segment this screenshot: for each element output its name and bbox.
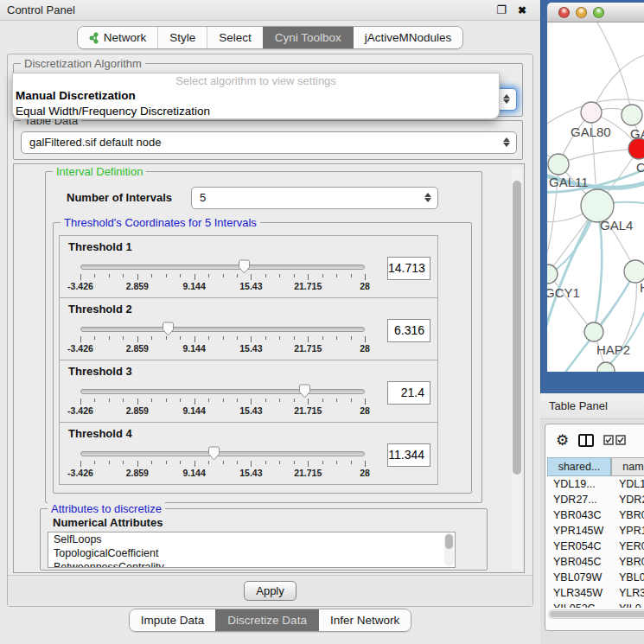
tick-mark xyxy=(123,399,124,402)
tab-infer-network[interactable]: Infer Network xyxy=(318,609,411,631)
slider-track[interactable] xyxy=(80,265,365,270)
tick-mark xyxy=(194,399,195,405)
tick-mark xyxy=(294,461,295,464)
threshold-value-field[interactable]: 14.713 xyxy=(387,257,430,280)
network-edge-highlighted[interactable] xyxy=(599,301,644,372)
tab-cyni-toolbox[interactable]: Cyni Toolbox xyxy=(263,27,353,48)
algorithm-option[interactable]: Equal Width/Frequency Discretization xyxy=(13,104,499,119)
network-node[interactable] xyxy=(548,154,569,175)
split-table-icon[interactable] xyxy=(578,434,594,447)
table-data-combobox[interactable]: galFiltered.sif default node xyxy=(21,131,517,154)
table-column-header[interactable]: shared... xyxy=(547,457,611,476)
threshold-slider[interactable]: -3.4262.8599.14415.4321.71528 xyxy=(80,298,365,361)
network-edge[interactable] xyxy=(549,274,594,332)
apply-button[interactable]: Apply xyxy=(244,581,296,601)
tick-mark xyxy=(223,399,224,402)
network-node[interactable] xyxy=(584,322,603,341)
attribute-list-item[interactable]: BetweennessCentrality xyxy=(48,560,455,568)
threshold-box: Threshold 2-3.4262.8599.14415.4321.71528… xyxy=(59,297,438,360)
tick-mark xyxy=(308,399,309,405)
tick-mark xyxy=(137,399,138,405)
panel-vertical-scrollbar[interactable] xyxy=(512,167,522,570)
table-row[interactable]: YBL079WYBL0 xyxy=(547,570,644,585)
threshold-value-field[interactable]: 11.344 xyxy=(387,443,430,467)
tick-mark xyxy=(279,461,280,464)
threshold-value-field[interactable]: 21.4 xyxy=(387,381,430,405)
slider-track[interactable] xyxy=(80,327,365,332)
tick-mark xyxy=(279,399,280,402)
slider-thumb[interactable] xyxy=(238,259,251,274)
slider-thumb[interactable] xyxy=(162,322,175,336)
tick-label: 21.715 xyxy=(294,468,322,478)
attributes-list-scrollbar[interactable] xyxy=(444,533,454,566)
network-node[interactable] xyxy=(622,105,642,125)
close-window-icon[interactable]: ✖ xyxy=(514,3,530,18)
network-node[interactable] xyxy=(597,362,615,372)
table-row[interactable]: YLR345WYLR3 xyxy=(547,585,644,601)
table-cell: YBR0 xyxy=(611,554,644,570)
table-row[interactable]: YDR27...YDR2 xyxy=(547,492,644,507)
slider-track[interactable] xyxy=(80,389,365,394)
tab-impute-data[interactable]: Impute Data xyxy=(130,609,216,631)
tick-label: 2.859 xyxy=(126,468,149,478)
control-panel-tabs: NetworkStyleSelectCyni ToolboxjActiveMNo… xyxy=(77,26,464,49)
threshold-slider[interactable]: -3.4262.8599.14415.4321.71528 xyxy=(80,423,365,486)
mac-zoom-icon[interactable] xyxy=(593,7,604,18)
tick-label: 28 xyxy=(360,281,370,291)
network-window-titlebar[interactable] xyxy=(547,3,644,22)
threshold-value-field[interactable]: 6.316 xyxy=(387,319,430,342)
tick-label: 15.43 xyxy=(239,343,262,354)
numerical-attributes-label: Numerical Attributes xyxy=(53,516,163,529)
checkbox-icon[interactable] xyxy=(603,435,614,445)
tick-mark xyxy=(180,399,181,402)
slider-track[interactable] xyxy=(80,451,365,456)
tick-mark xyxy=(151,336,152,340)
network-node[interactable] xyxy=(628,138,644,159)
table-row[interactable]: YPR145WYPR1 xyxy=(547,523,644,539)
network-edge[interactable] xyxy=(591,54,644,112)
slider-thumb[interactable] xyxy=(298,384,311,399)
tab-jactivemnodules[interactable]: jActiveMNodules xyxy=(353,27,463,48)
tab-network[interactable]: Network xyxy=(78,27,158,48)
network-node-label: GCY1 xyxy=(547,285,580,300)
settings-scroll-panel: Interval Definition Number of Intervals … xyxy=(13,163,525,573)
threshold-box: Threshold 1-3.4262.8599.14415.4321.71528… xyxy=(59,235,438,298)
algorithm-option[interactable]: Manual Discretization xyxy=(13,88,499,104)
slider-thumb[interactable] xyxy=(207,446,220,461)
tick-mark xyxy=(265,461,266,464)
network-node[interactable] xyxy=(581,102,602,123)
attribute-list-item[interactable]: SelfLoops xyxy=(48,532,455,546)
tab-style[interactable]: Style xyxy=(157,27,207,48)
threshold-slider[interactable]: -3.4262.8599.14415.4321.71528 xyxy=(80,236,365,299)
table-row[interactable]: YER054CYER0 xyxy=(547,539,644,554)
tick-mark xyxy=(351,461,352,464)
mac-close-icon[interactable] xyxy=(558,7,570,18)
table-row[interactable]: YDL19...YDL1 xyxy=(547,476,644,492)
table-horizontal-scrollbar[interactable] xyxy=(548,609,644,619)
tick-mark xyxy=(308,461,309,467)
tab-discretize-data[interactable]: Discretize Data xyxy=(215,609,318,631)
network-node-label: C xyxy=(636,160,644,175)
tick-label: 28 xyxy=(360,343,370,354)
network-node[interactable] xyxy=(547,265,558,284)
table-column-header[interactable]: name xyxy=(611,457,644,476)
float-window-icon[interactable]: ❐ xyxy=(494,3,509,18)
tab-select[interactable]: Select xyxy=(207,27,263,48)
number-of-intervals-combobox[interactable]: 5 xyxy=(191,187,438,209)
network-edge[interactable] xyxy=(558,149,639,164)
tick-mark xyxy=(180,274,181,277)
tick-label: 2.859 xyxy=(126,343,149,354)
tick-mark xyxy=(208,336,209,340)
checkbox-icon[interactable] xyxy=(615,435,626,445)
table-row[interactable]: YBR043CYBR0 xyxy=(547,507,644,523)
gear-icon[interactable]: ⚙ xyxy=(556,433,569,448)
attribute-list-item[interactable]: TopologicalCoefficient xyxy=(48,546,455,560)
attribute-items: SelfLoopsTopologicalCoefficientBetweenne… xyxy=(48,532,455,568)
mac-minimize-icon[interactable] xyxy=(576,7,587,18)
table-row[interactable]: YBR045CYBR0 xyxy=(547,554,644,570)
network-canvas[interactable]: GAL80GACGAL11GAL4GCY1HHAP2 xyxy=(547,22,644,372)
table-row[interactable]: YIL052CYIL0 xyxy=(547,601,644,608)
threshold-slider[interactable]: -3.4262.8599.14415.4321.71528 xyxy=(80,360,365,424)
threshold-box: Threshold 3-3.4262.8599.14415.4321.71528… xyxy=(59,360,438,423)
numerical-attributes-list[interactable]: SelfLoopsTopologicalCoefficientBetweenne… xyxy=(48,532,456,568)
